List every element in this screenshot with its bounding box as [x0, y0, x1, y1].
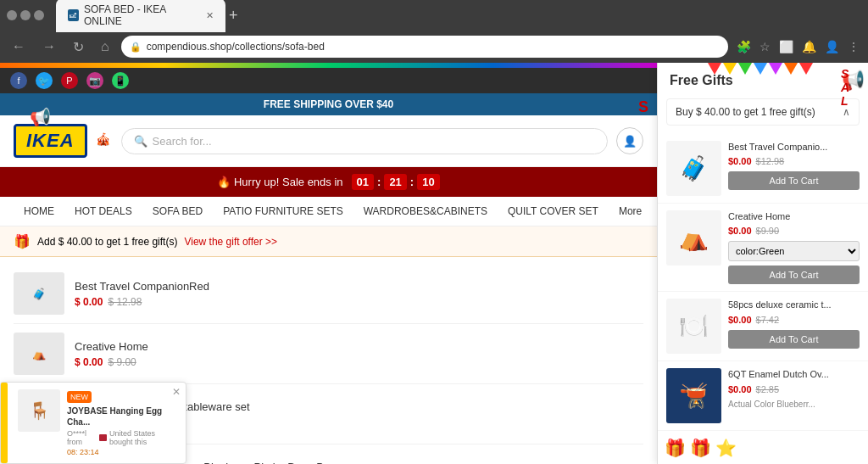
menu-icon[interactable]: ⋮ [846, 38, 861, 55]
home-button[interactable]: ⌂ [96, 37, 114, 56]
tent-icon: ⛺ [32, 348, 46, 361]
usa-flag-icon [99, 434, 108, 441]
timer-hours: 01 [352, 174, 374, 190]
gift-price-old-2: $9.90 [756, 226, 780, 236]
timer-sep-2: : [410, 176, 414, 188]
twitter-icon[interactable]: 🐦 [36, 72, 53, 89]
forward-button[interactable]: → [37, 37, 61, 56]
new-tab-button[interactable]: + [229, 7, 238, 25]
extensions-icon[interactable]: 🧩 [735, 38, 753, 55]
notif-close-button[interactable]: ✕ [172, 386, 181, 398]
purchase-notification: 🪑 NEW JOYBASE Hanging Egg Cha... O****l … [0, 382, 186, 464]
panel-title: Free Gifts [658, 63, 868, 98]
gift-thumb-2: ⛺ [666, 210, 721, 266]
notif-detail: O****l from United States bought this [67, 429, 177, 446]
gift-thumb-1: 🧳 [666, 141, 721, 196]
gift-info-4: 6QT Enamel Dutch Ov... $0.00 $2.85 Actua… [728, 368, 860, 408]
pinterest-icon[interactable]: P [61, 72, 78, 89]
gift-price-4: $0.00 $2.85 [728, 384, 860, 394]
browser-action-icons: 🧩 ☆ ⬜ 🔔 👤 ⋮ [735, 38, 861, 55]
panel-buy-text: Buy $ 40.00 to get 1 free gift(s) [676, 106, 815, 118]
actual-color-label: Actual Color Blueberr... [728, 400, 860, 409]
confetti-left-icon: 🎪 [96, 132, 113, 149]
nav-sofa-bed[interactable]: SOFA BED [142, 197, 213, 226]
nav-hot-deals[interactable]: HOT DEALS [64, 197, 142, 226]
refresh-button[interactable]: ↻ [68, 37, 89, 57]
search-bar[interactable]: 🔍 Search for... [121, 128, 608, 154]
browser-titlebar: 🛋 SOFA BED - IKEA ONLINE ✕ + [0, 0, 868, 31]
gift-offer-link[interactable]: View the gift offer >> [184, 236, 277, 248]
ssl-lock-icon: 🔒 [130, 42, 142, 53]
chevron-up-icon[interactable]: ∧ [843, 106, 850, 118]
notifications-icon[interactable]: 🔔 [800, 38, 818, 55]
price-old-1: $ 12.98 [108, 296, 142, 308]
product-price-1: $ 0.00 $ 12.98 [75, 296, 643, 308]
minimize-button[interactable] [7, 10, 17, 20]
search-placeholder: Search for... [153, 135, 212, 148]
notif-buyer-text: O****l from [67, 429, 97, 446]
whatsapp-icon[interactable]: 📱 [112, 72, 129, 89]
luggage-icon: 🧳 [32, 288, 46, 300]
gift-name-1: Best Travel Companio... [728, 141, 860, 153]
gift-info-1: Best Travel Companio... $0.00 $12.98 Add… [728, 141, 860, 190]
product-name-1[interactable]: Best Travel CompanionRed [75, 280, 643, 293]
bottom-star-icon: ⭐ [715, 438, 737, 458]
sale-banner: 🔥 Hurry up! Sale ends in 01 : 21 : 10 [0, 167, 657, 197]
gift-name-4: 6QT Enamel Dutch Ov... [728, 368, 860, 380]
product-name-2[interactable]: Creative Home [75, 340, 643, 353]
nav-wardrobes[interactable]: WARDROBES&CABINETS [353, 197, 498, 226]
address-bar[interactable]: 🔒 compendious.shop/collections/sofa-bed [121, 36, 728, 58]
tab-bar: 🛋 SOFA BED - IKEA ONLINE ✕ + [56, 0, 861, 32]
back-button[interactable]: ← [7, 37, 31, 56]
bookmark-icon[interactable]: ☆ [758, 38, 772, 55]
gift-name-3: 58pcs deluxe ceramic t... [728, 299, 860, 310]
profile-icon[interactable]: 👤 [823, 38, 841, 55]
close-button[interactable] [34, 10, 44, 20]
gift-price-1: $0.00 $12.98 [728, 156, 860, 166]
notif-content: NEW JOYBASE Hanging Egg Cha... O****l fr… [67, 389, 177, 456]
product-info-2: Creative Home $ 0.00 $ 9.00 [75, 340, 643, 368]
gift-thumb-3: 🍽️ [666, 299, 721, 354]
nav-more[interactable]: More [609, 197, 652, 226]
site-logo[interactable]: IKEA [14, 124, 87, 158]
gift-info-2: Creative Home $0.00 $9.90 color:Green Ad… [728, 210, 860, 284]
notif-badge-text: NEW [70, 393, 88, 401]
gift-icon: 🎁 [14, 233, 31, 249]
product-thumbnail-1: 🧳 [14, 272, 64, 315]
notif-product-title: JOYBASE Hanging Egg Cha... [67, 405, 177, 428]
facebook-icon[interactable]: f [10, 72, 27, 89]
gift-price-old-1: $12.98 [756, 156, 785, 166]
window-controls [7, 10, 44, 20]
tab-favicon: 🛋 [68, 9, 79, 21]
add-to-cart-button-2[interactable]: Add To Cart [728, 266, 860, 284]
add-to-cart-button-1[interactable]: Add To Cart [728, 171, 860, 190]
sale-timer: 01 : 21 : 10 [352, 174, 440, 190]
gift-thumb-4: 🫕 [666, 368, 721, 423]
instagram-icon[interactable]: 📷 [86, 72, 103, 89]
browser-tab[interactable]: 🛋 SOFA BED - IKEA ONLINE ✕ [56, 0, 225, 32]
nav-quilt[interactable]: QUILT COVER SET [498, 197, 609, 226]
user-account-button[interactable]: 👤 [616, 127, 643, 154]
gift-price-3: $0.00 $7.42 [728, 315, 860, 325]
product-info-1: Best Travel CompanionRed $ 0.00 $ 12.98 [75, 280, 643, 308]
color-select-2[interactable]: color:Green [728, 241, 860, 261]
gift-item-3: 🍽️ 58pcs deluxe ceramic t... $0.00 $7.42… [658, 292, 868, 361]
add-to-cart-button-3[interactable]: Add To Cart [728, 330, 860, 349]
cast-icon[interactable]: ⬜ [777, 38, 795, 55]
gift-item-1: 🧳 Best Travel Companio... $0.00 $12.98 A… [658, 134, 868, 204]
gift-price-new-4: $0.00 [728, 384, 752, 394]
dishes-gift-icon: 🍽️ [679, 312, 709, 340]
gift-item-2: ⛺ Creative Home $0.00 $9.90 color:Green … [658, 204, 868, 292]
bottom-gift-icon-1: 🎁 [665, 438, 686, 458]
logo-text: IKEA [26, 130, 75, 151]
notif-product-thumbnail: 🪑 [18, 389, 60, 432]
product-thumbnail-2: ⛺ [14, 333, 64, 375]
gift-price-old-4: $2.85 [756, 384, 780, 394]
gift-offer-bar: 🎁 Add $ 40.00 to get 1 free gift(s) View… [0, 226, 657, 257]
timer-sep-1: : [377, 176, 381, 188]
tab-close-button[interactable]: ✕ [206, 10, 214, 21]
maximize-button[interactable] [20, 10, 31, 20]
nav-patio-furniture[interactable]: PATIO FURNITURE SETS [213, 197, 353, 226]
luggage-gift-icon: 🧳 [679, 154, 709, 182]
nav-home[interactable]: HOME [14, 197, 64, 226]
